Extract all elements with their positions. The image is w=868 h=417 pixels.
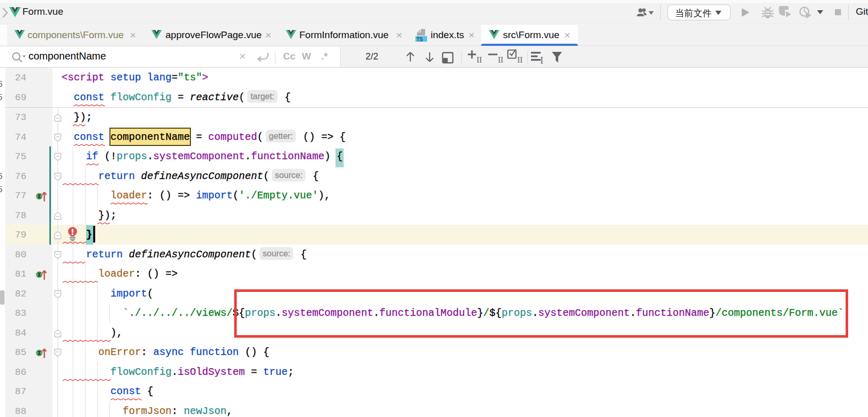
- svg-text:II: II: [517, 55, 523, 64]
- svg-text:I: I: [540, 55, 543, 65]
- svg-text:II: II: [477, 55, 482, 64]
- svg-text:TS: TS: [416, 37, 423, 42]
- svg-text:II: II: [498, 55, 503, 64]
